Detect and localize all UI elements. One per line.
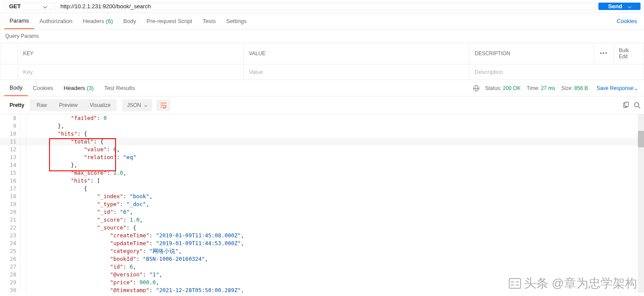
- column-value: VALUE: [243, 43, 469, 64]
- svg-rect-4: [509, 279, 521, 289]
- code-line: 12 "value": 6,: [0, 146, 644, 153]
- description-field[interactable]: [475, 69, 638, 75]
- column-key: KEY: [18, 43, 244, 64]
- tab-headers[interactable]: Headers(6): [78, 13, 118, 29]
- query-params-table: KEY VALUE DESCRIPTION ••• Bulk Edit: [0, 43, 644, 80]
- resp-tab-headers[interactable]: Headers(3): [59, 80, 99, 96]
- save-response-link[interactable]: Save Response: [594, 85, 640, 91]
- url-value: http://10.2.1.231:9200/book/_search: [60, 3, 151, 10]
- svg-line-3: [638, 106, 640, 108]
- size-text: Size: 856 B: [561, 85, 588, 91]
- scrollbar-thumb[interactable]: [638, 131, 644, 147]
- code-line: 14 },: [0, 161, 644, 169]
- table-row: [0, 64, 644, 80]
- request-tabs: Params Authorization Headers(6) Body Pre…: [0, 13, 644, 30]
- key-field[interactable]: [23, 69, 238, 75]
- bulk-edit-button[interactable]: Bulk Edit: [614, 43, 644, 64]
- tab-settings[interactable]: Settings: [221, 13, 252, 29]
- format-select[interactable]: JSON: [122, 99, 152, 111]
- copy-icon[interactable]: [622, 102, 629, 109]
- code-line: 16 "hits": [: [0, 177, 644, 185]
- code-line: 24 "updateTime": "2019-01-09T11:44:53.00…: [0, 239, 644, 247]
- view-visualize[interactable]: Visualize: [84, 99, 117, 111]
- code-line: 13 "relation": "eq": [0, 153, 644, 161]
- time-text: Time: 27 ms: [527, 85, 555, 91]
- http-method-label: GET: [9, 3, 21, 10]
- http-method-select[interactable]: GET: [3, 3, 52, 10]
- code-line: 10 "hits": {: [0, 130, 644, 138]
- code-line: 25 "category": "网络小说",: [0, 247, 644, 255]
- response-view-row: Pretty Raw Preview Visualize JSON: [0, 96, 644, 114]
- response-body[interactable]: 8 "failed": 09 },10 "hits": {11 "total":…: [0, 114, 644, 293]
- query-params-title: Query Params: [0, 30, 644, 43]
- checkbox-header: [0, 43, 18, 64]
- code-line: 21 "_score": 1.0,: [0, 216, 644, 224]
- globe-icon: [473, 85, 479, 91]
- status-text: Status: 200 OK: [485, 85, 521, 91]
- code-line: 9 },: [0, 122, 644, 130]
- svg-rect-1: [625, 102, 628, 106]
- cookies-link[interactable]: Cookies: [614, 18, 640, 24]
- tab-tests[interactable]: Tests: [197, 13, 221, 29]
- tab-body[interactable]: Body: [118, 13, 142, 29]
- chevron-down-icon: [628, 4, 631, 8]
- view-pretty[interactable]: Pretty: [3, 99, 31, 111]
- code-line: 15 "max_score": 1.0,: [0, 169, 644, 177]
- tab-authorization[interactable]: Authorization: [34, 13, 78, 29]
- watermark: 头条 @章为忠学架构: [508, 275, 637, 292]
- code-line: 26 "bookId": "BSN-1006-20160324",: [0, 255, 644, 263]
- code-line: 27 "id": 6,: [0, 263, 644, 271]
- resp-tab-body[interactable]: Body: [4, 80, 28, 96]
- code-line: 22 "_source": {: [0, 224, 644, 232]
- code-line: 11 "total": {: [0, 138, 644, 146]
- view-mode-group: Pretty Raw Preview Visualize: [3, 99, 117, 111]
- code-line: 20 "_id": "6",: [0, 208, 644, 216]
- resp-tab-cookies[interactable]: Cookies: [28, 80, 59, 96]
- search-icon[interactable]: [634, 102, 641, 109]
- watermark-logo-icon: [508, 277, 521, 290]
- code-line: 23 "createTime": "2019-01-09T11:45:08.00…: [0, 232, 644, 239]
- more-options-button[interactable]: •••: [594, 43, 614, 64]
- send-label: Send: [608, 3, 622, 10]
- code-line: 8 "failed": 0: [0, 114, 644, 122]
- view-raw[interactable]: Raw: [30, 99, 53, 111]
- response-tabs: Body Cookies Headers(3) Test Results Sta…: [0, 80, 644, 96]
- chevron-down-icon: [43, 4, 47, 8]
- column-description: DESCRIPTION: [469, 43, 594, 64]
- chevron-down-icon: [144, 103, 147, 106]
- url-input[interactable]: http://10.2.1.231:9200/book/_search: [55, 3, 596, 10]
- send-button[interactable]: Send: [598, 3, 641, 10]
- resp-tab-test-results[interactable]: Test Results: [99, 80, 140, 96]
- svg-point-2: [634, 103, 639, 107]
- view-preview[interactable]: Preview: [53, 99, 84, 111]
- line-wrap-button[interactable]: [156, 100, 170, 111]
- code-line: 18 "_index": "book",: [0, 193, 644, 200]
- code-line: 19 "_type": "_doc",: [0, 200, 644, 208]
- code-line: 17 {: [0, 185, 644, 193]
- tab-prerequest[interactable]: Pre-request Script: [141, 13, 197, 29]
- value-field[interactable]: [249, 69, 464, 75]
- tab-params[interactable]: Params: [4, 13, 34, 29]
